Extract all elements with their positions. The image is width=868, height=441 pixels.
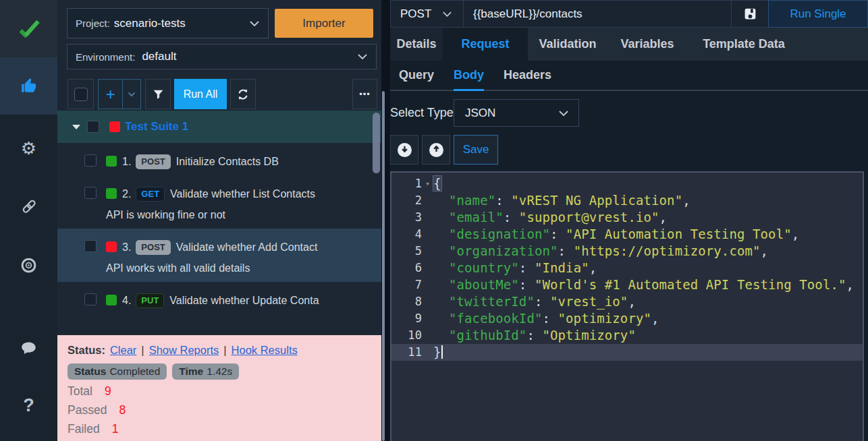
status-label: Status:: [67, 344, 105, 356]
sidebar-item-target[interactable]: [0, 237, 57, 294]
add-test-split-button[interactable]: +: [98, 79, 141, 109]
thumbs-up-icon: [20, 78, 38, 95]
code-line[interactable]: 11}: [391, 344, 863, 361]
chat-bubble-icon: [20, 340, 37, 357]
code-line[interactable]: 10"githubId": "Optimizory": [391, 327, 863, 344]
tab-template-data[interactable]: Template Data: [687, 28, 801, 61]
test-number: 3.: [122, 241, 131, 253]
tab-request[interactable]: Request: [443, 28, 528, 61]
gutter-spacer: [422, 327, 433, 344]
test-checkbox[interactable]: [84, 154, 97, 167]
test-checkbox[interactable]: [84, 187, 97, 199]
failed-stat: Failed1: [67, 421, 381, 436]
importer-button[interactable]: Importer: [275, 9, 373, 38]
tab-validation[interactable]: Validation: [528, 28, 607, 61]
select-all-checkbox[interactable]: [67, 79, 94, 109]
chevron-down-icon[interactable]: [123, 80, 140, 109]
link-icon: [21, 198, 37, 214]
url-input[interactable]: {{baseURL}}/contacts: [463, 0, 732, 28]
chevron-down-icon: [357, 51, 368, 63]
test-case-row[interactable]: 4.PUTValidate whether Update Conta: [57, 282, 381, 314]
download-circle-icon: [397, 142, 412, 158]
show-reports-link[interactable]: Show Reports: [149, 344, 219, 356]
subtab-headers[interactable]: Headers: [504, 61, 551, 90]
status-badge: [106, 188, 117, 199]
plus-icon[interactable]: +: [99, 80, 123, 109]
request-top-bar: POST {{baseURL}}/contacts Run Single: [390, 0, 868, 28]
tree-scrollbar-thumb[interactable]: [373, 113, 380, 173]
test-number: 2.: [122, 188, 131, 200]
hook-results-link[interactable]: Hook Results: [232, 344, 298, 356]
download-body-button[interactable]: [390, 135, 418, 165]
refresh-sync-icon: [236, 88, 250, 101]
line-number: 7: [391, 276, 422, 293]
request-detail-panel: POST {{baseURL}}/contacts Run Single Det…: [390, 0, 868, 441]
environment-label: Environment:: [76, 51, 135, 63]
splitter-handle[interactable]: [382, 91, 385, 441]
line-number: 11: [391, 344, 422, 361]
sidebar-item-test-cases[interactable]: [0, 57, 57, 115]
test-case-row[interactable]: 1.POSTInitialize Contacts DB: [57, 143, 381, 175]
gutter-spacer: [422, 226, 433, 243]
sidebar-item-settings[interactable]: ⚙: [0, 119, 57, 177]
code-text: }: [433, 344, 443, 361]
status-badge: [106, 241, 117, 252]
run-single-button[interactable]: Run Single: [768, 0, 868, 28]
method-value: POST: [400, 7, 431, 21]
test-case-row[interactable]: 2.GETValidate whether List Contacts API …: [57, 175, 381, 229]
suite-checkbox[interactable]: [87, 121, 99, 133]
code-line[interactable]: 8"twitterId": "vrest_io",: [391, 293, 863, 310]
expand-caret-icon[interactable]: [72, 125, 80, 129]
filter-button[interactable]: [145, 79, 171, 109]
tab-details[interactable]: Details: [390, 28, 443, 61]
gutter-spacer: [422, 293, 433, 310]
more-options-button[interactable]: •••: [352, 79, 377, 109]
upload-body-button[interactable]: [422, 135, 450, 165]
code-line[interactable]: 7"aboutMe": "World's #1 Automated API Te…: [391, 276, 863, 293]
method-select[interactable]: POST: [390, 0, 464, 28]
code-line[interactable]: 5"organization": "https://optimizory.com…: [391, 243, 863, 260]
clear-link[interactable]: Clear: [110, 344, 136, 356]
test-suite-row[interactable]: Test Suite 1: [57, 111, 381, 143]
gutter-spacer: [422, 310, 433, 327]
test-case-row-selected[interactable]: 3.POSTValidate whether Add Contact API w…: [57, 229, 381, 282]
refresh-button[interactable]: [230, 79, 256, 109]
code-line[interactable]: 3"email": "support@vrest.io",: [391, 209, 863, 226]
line-number: 6: [391, 260, 422, 276]
filter-funnel-icon: [152, 88, 165, 100]
request-tabs: Details Request Validation Variables Tem…: [390, 28, 868, 61]
tab-variables[interactable]: Variables: [607, 28, 687, 61]
sidebar-item-feedback[interactable]: [0, 320, 57, 377]
chevron-down-icon: [249, 18, 260, 30]
code-line[interactable]: 1▾{: [391, 175, 863, 192]
fold-caret-icon[interactable]: ▾: [422, 175, 433, 192]
gutter-spacer: [422, 192, 433, 209]
vrest-ng-app: ⚙ ? Projec: [0, 0, 868, 441]
environment-value: default: [142, 50, 176, 63]
body-type-value: JSON: [465, 107, 495, 120]
code-line[interactable]: 4"designation": "API Automation Testing …: [391, 226, 863, 243]
code-line[interactable]: 6"country": "India",: [391, 260, 863, 276]
save-request-button[interactable]: [731, 0, 769, 28]
subtab-body[interactable]: Body: [454, 61, 484, 91]
save-body-button[interactable]: Save: [454, 135, 498, 165]
test-checkbox[interactable]: [84, 293, 97, 305]
code-text: "aboutMe": "World's #1 Automated API Tes…: [433, 276, 854, 293]
method-badge: GET: [136, 187, 165, 202]
text-cursor: [441, 345, 443, 359]
app-logo: [0, 0, 57, 57]
code-line[interactable]: 2"name": "vREST NG Application",: [391, 192, 863, 209]
line-number: 2: [391, 192, 422, 209]
environment-select[interactable]: Environment: default: [67, 44, 377, 69]
body-code-editor[interactable]: 1▾{2"name": "vREST NG Application",3"ema…: [390, 171, 864, 441]
sidebar-item-help[interactable]: ?: [0, 377, 57, 434]
test-checkbox[interactable]: [84, 240, 97, 252]
body-type-select[interactable]: JSON: [454, 99, 579, 127]
subtab-query[interactable]: Query: [399, 61, 434, 90]
time-badge: Time1.42s: [172, 363, 239, 380]
code-line[interactable]: 9"facebookId": "optimizory",: [391, 310, 863, 327]
project-select[interactable]: Project: scenario-tests: [67, 8, 269, 38]
gutter-spacer: [422, 276, 433, 293]
sidebar-item-integrations[interactable]: [0, 177, 57, 235]
run-all-button[interactable]: Run All: [174, 79, 227, 109]
